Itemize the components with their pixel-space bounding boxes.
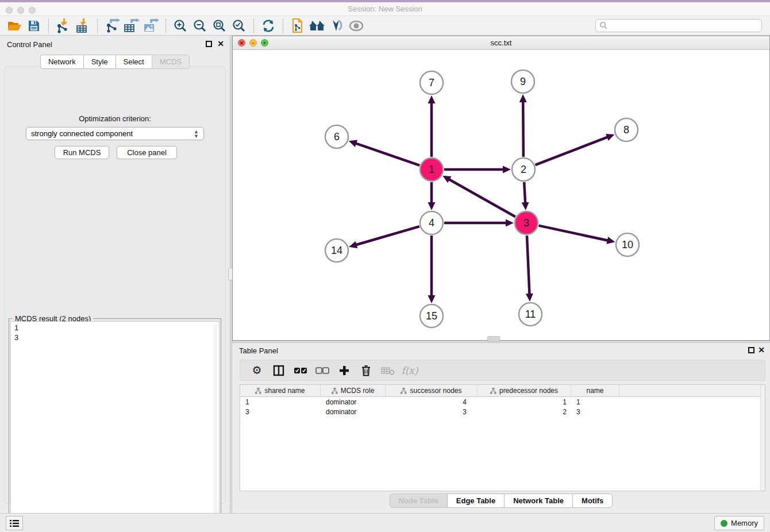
control-panel-title: Control Panel [7,40,52,49]
export-network-icon[interactable] [102,18,122,34]
cell-shared-name[interactable]: 3 [240,407,321,417]
network-window-title: scc.txt [233,38,769,47]
cell-successor-nodes[interactable]: 3 [386,407,478,417]
result-line: 1 [14,323,215,333]
function-builder-icon[interactable]: f(x) [399,362,421,379]
tab-mcds[interactable]: MCDS [152,55,190,69]
cell-successor-nodes[interactable]: 4 [386,397,478,407]
horizontal-split-grabber[interactable] [487,336,500,342]
graph-edge-3-11[interactable] [527,236,530,295]
cell-name[interactable]: 3 [571,407,619,417]
graph-arrowhead-4-15 [428,295,436,303]
toolbar-separator [48,19,49,33]
float-table-panel-icon[interactable] [748,347,754,353]
apply-style-icon[interactable] [327,18,346,34]
optimization-criterion-label: Optimization criterion: [5,114,225,123]
task-history-button[interactable] [6,516,23,530]
table-scrollbar[interactable] [760,385,765,491]
memory-button[interactable]: Memory [714,516,764,530]
refresh-icon[interactable] [259,18,278,34]
cell-predecessor-nodes[interactable]: 1 [478,397,571,407]
table-panel-tabs: Node Table Edge Table Network Table Moti… [232,494,770,508]
tab-network[interactable]: Network [40,55,83,69]
float-panel-icon[interactable] [206,41,212,47]
import-network-icon[interactable] [53,18,73,34]
first-neighbors-icon[interactable] [307,18,327,34]
node-table[interactable]: shared name MCDS role successor nodes pr… [240,384,765,491]
select-all-icon[interactable] [290,362,311,379]
show-hide-icon[interactable] [346,18,366,34]
network-from-selection-icon[interactable] [288,18,307,34]
cell-name[interactable]: 1 [571,397,619,407]
result-scrollbar[interactable] [213,325,217,530]
graph-node-label-7: 7 [429,77,434,88]
column-header-mcds-role[interactable]: MCDS role [321,385,386,396]
open-session-icon[interactable] [5,18,24,34]
graph-edge-2-8[interactable] [536,137,609,165]
memory-label: Memory [731,519,758,527]
graph-arrowhead-2-3 [522,202,529,210]
delete-table-icon[interactable] [377,362,399,379]
run-mcds-button[interactable]: Run MCDS [55,146,109,159]
graph-arrowhead-4-3 [506,219,514,227]
import-table-icon[interactable] [73,18,93,34]
memory-status-icon [721,520,727,527]
cell-shared-name[interactable]: 1 [240,397,321,407]
export-image-icon[interactable] [141,18,161,34]
column-header-shared-name[interactable]: shared name [240,385,321,396]
cell-mcds-role[interactable]: dominator [321,397,386,407]
close-panel-icon[interactable]: ✕ [217,39,224,48]
column-header-successor-nodes[interactable]: successor nodes [386,385,478,396]
tab-select[interactable]: Select [116,55,152,69]
column-header-predecessor-nodes[interactable]: predecessor nodes [478,385,571,396]
table-row[interactable]: 1 dominator 4 1 1 [240,397,765,407]
close-table-panel-icon[interactable]: ✕ [758,345,765,354]
tab-node-table[interactable]: Node Table [390,494,447,508]
graph-arrowhead-3-10 [606,237,615,244]
zoom-selected-icon[interactable] [229,18,249,34]
zoom-in-icon[interactable] [171,18,190,34]
columns-icon[interactable] [268,362,290,379]
close-panel-button[interactable]: Close panel [117,146,177,159]
app-titlebar: Session: New Session [0,2,770,16]
tab-network-table[interactable]: Network Table [504,494,572,508]
deselect-all-icon[interactable] [311,362,333,379]
graph-node-label-11: 11 [525,309,536,320]
toolbar-separator [253,19,254,33]
optimization-criterion-select[interactable]: strongly connected component ▲▼ [26,127,204,140]
table-row[interactable]: 3 dominator 3 2 3 [240,407,765,417]
search-field[interactable] [595,19,762,32]
export-table-icon[interactable] [122,18,141,34]
zoom-out-icon[interactable] [190,18,210,34]
graph-edge-2-9[interactable] [523,101,523,157]
network-window-titlebar[interactable]: ✕ − + scc.txt [233,36,769,50]
graph-node-label-8: 8 [623,124,629,136]
zoom-fit-icon[interactable] [210,18,229,34]
graph-node-label-4: 4 [429,217,434,229]
cell-predecessor-nodes[interactable]: 2 [478,407,571,417]
graph-edge-4-14[interactable] [355,226,419,245]
table-toolbar: ⚙ f(x) [240,360,765,381]
network-canvas[interactable]: 7968124314101511 [233,50,769,340]
chevron-up-down-icon: ▲▼ [194,129,199,138]
tab-style[interactable]: Style [83,55,116,69]
add-icon[interactable] [333,362,355,379]
mcds-result-group: MCDS result (2 nodes) 1 3 [9,318,221,532]
tab-edge-table[interactable]: Edge Table [447,494,504,508]
graph-edge-1-6[interactable] [355,143,419,165]
list-icon [10,519,19,527]
table-panel-title: Table Panel [239,346,278,355]
graph-edge-3-10[interactable] [539,226,609,241]
delete-icon[interactable] [355,362,377,379]
graph-edge-2-3[interactable] [524,182,525,204]
mcds-result-text[interactable]: 1 3 [10,321,220,532]
cell-mcds-role[interactable]: dominator [321,407,386,417]
graph-node-label-14: 14 [331,245,342,256]
tab-motifs[interactable]: Motifs [572,494,613,508]
save-session-icon[interactable] [24,18,44,34]
column-header-name[interactable]: name [571,385,619,396]
graph-arrowhead-1-6 [349,140,357,147]
graph-edge-3-1[interactable] [448,179,515,217]
search-input[interactable] [608,22,758,30]
settings-icon[interactable]: ⚙ [246,362,268,379]
